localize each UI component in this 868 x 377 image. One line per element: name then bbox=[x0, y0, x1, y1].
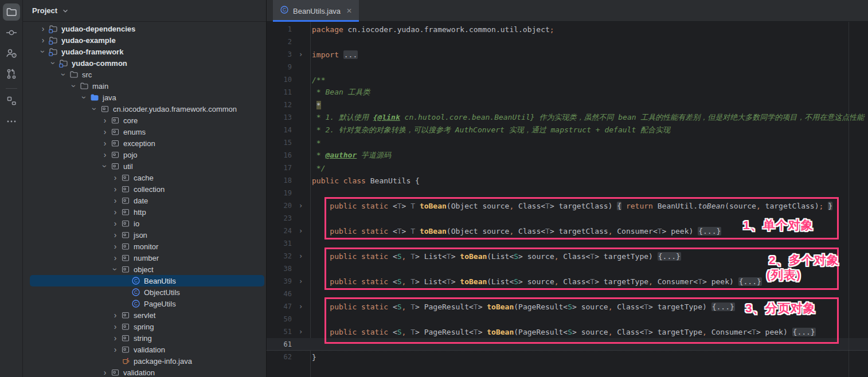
line-number[interactable]: 1 bbox=[267, 25, 292, 33]
fold-arrow-icon[interactable]: › bbox=[292, 50, 310, 58]
commit-tool-button[interactable] bbox=[3, 24, 20, 41]
tree-item-enums[interactable]: ›enums bbox=[23, 126, 266, 138]
line-number[interactable]: 2 bbox=[267, 38, 292, 46]
chevron-collapsed-icon[interactable]: › bbox=[110, 254, 120, 262]
tree-item-servlet[interactable]: ›servlet bbox=[23, 309, 266, 321]
line-number[interactable]: 13 bbox=[267, 113, 292, 121]
chevron-collapsed-icon[interactable]: › bbox=[110, 197, 120, 205]
code-line-62[interactable]: 62} bbox=[267, 351, 868, 363]
chevron-collapsed-icon[interactable]: › bbox=[110, 174, 120, 182]
tree-item-objectutils[interactable]: CObjectUtils bbox=[23, 286, 266, 298]
chevron-expanded-icon[interactable]: › bbox=[60, 69, 68, 80]
pull-requests-tool-button[interactable] bbox=[3, 65, 20, 83]
line-number[interactable]: 51 bbox=[267, 328, 292, 336]
chevron-collapsed-icon[interactable]: › bbox=[100, 128, 110, 136]
line-number[interactable]: 3 bbox=[267, 50, 292, 58]
code-line-10[interactable]: 10/** bbox=[267, 73, 868, 86]
tree-item-yudao-dependencies[interactable]: ›yudao-dependencies bbox=[23, 23, 266, 34]
tree-item-object[interactable]: ›object bbox=[23, 264, 266, 275]
chevron-collapsed-icon[interactable]: › bbox=[110, 334, 120, 342]
chevron-expanded-icon[interactable]: › bbox=[101, 161, 109, 171]
code-editor[interactable]: 1package cn.iocoder.yudao.framework.comm… bbox=[267, 22, 868, 377]
code-line-11[interactable]: 11 * Bean 工具类 bbox=[267, 86, 868, 99]
code-line-24[interactable]: 24› public static <T> T toBean(Object so… bbox=[267, 225, 868, 237]
tree-item-collection[interactable]: ›collection bbox=[23, 183, 266, 195]
line-number[interactable]: 39 bbox=[267, 277, 292, 285]
tree-item-yudao-common[interactable]: ›yudao-common bbox=[23, 57, 266, 69]
code-line-23[interactable]: 23 bbox=[267, 212, 868, 225]
tree-item-java[interactable]: ›java bbox=[23, 92, 266, 103]
line-number[interactable]: 12 bbox=[267, 101, 292, 109]
tree-item-number[interactable]: ›number bbox=[23, 252, 266, 264]
tree-item-monitor[interactable]: ›monitor bbox=[23, 241, 266, 252]
code-line-47[interactable]: 47› public static <S, T> PageResult<T> t… bbox=[267, 300, 868, 313]
tree-item-json[interactable]: ›json bbox=[23, 229, 266, 241]
code-line-61[interactable]: 61 bbox=[267, 338, 868, 351]
tab-beanutils-java[interactable]: C BeanUtils.java ✕ bbox=[273, 0, 359, 22]
code-line-3[interactable]: 3›import ... bbox=[267, 48, 868, 61]
line-number[interactable]: 9 bbox=[267, 63, 292, 71]
line-number[interactable]: 31 bbox=[267, 239, 292, 248]
code-line-14[interactable]: 14 * 2. 针对复杂的对象转换，可以搜参考 AuthConvert 实现，通… bbox=[267, 124, 868, 136]
tree-item-pageutils[interactable]: CPageUtils bbox=[23, 298, 266, 309]
tree-item-yudao-example[interactable]: ›yudao-example bbox=[23, 34, 266, 46]
code-line-51[interactable]: 51› public static <S, T> PageResult<T> t… bbox=[267, 325, 868, 338]
structure-tool-button[interactable] bbox=[3, 92, 20, 109]
fold-arrow-icon[interactable]: › bbox=[292, 277, 310, 285]
code-line-32[interactable]: 32› public static <S, T> List<T> toBean(… bbox=[267, 250, 868, 262]
line-number[interactable]: 16 bbox=[267, 151, 292, 159]
tree-item-validation[interactable]: ›validation bbox=[23, 344, 266, 355]
project-tool-button[interactable] bbox=[3, 3, 20, 21]
chevron-collapsed-icon[interactable]: › bbox=[100, 139, 110, 147]
chevron-down-icon[interactable] bbox=[61, 7, 69, 15]
code-line-46[interactable]: 46 bbox=[267, 288, 868, 300]
learn-tool-button[interactable]: ? bbox=[3, 45, 20, 62]
code-line-1[interactable]: 1package cn.iocoder.yudao.framework.comm… bbox=[267, 23, 868, 36]
tree-item-package-info-java[interactable]: package-info.java bbox=[23, 355, 266, 367]
tree-item-main[interactable]: ›main bbox=[23, 80, 266, 92]
fold-arrow-icon[interactable]: › bbox=[292, 303, 310, 311]
chevron-collapsed-icon[interactable]: › bbox=[110, 345, 120, 354]
line-number[interactable]: 50 bbox=[267, 315, 292, 323]
code-line-16[interactable]: 16 * @author 芋道源码 bbox=[267, 149, 868, 162]
chevron-collapsed-icon[interactable]: › bbox=[100, 368, 110, 376]
code-line-17[interactable]: 17 */ bbox=[267, 162, 868, 174]
tree-item-beanutils[interactable]: CBeanUtils bbox=[23, 275, 266, 286]
tree-item-validation[interactable]: ›validation bbox=[23, 367, 266, 377]
chevron-collapsed-icon[interactable]: › bbox=[110, 208, 120, 216]
tree-item-src[interactable]: ›src bbox=[23, 69, 266, 80]
more-tools-button[interactable] bbox=[3, 113, 20, 130]
tree-item-cn-iocoder-yudao-framework-common[interactable]: ›cn.iocoder.yudao.framework.common bbox=[23, 103, 266, 115]
chevron-collapsed-icon[interactable]: › bbox=[110, 231, 120, 239]
chevron-collapsed-icon[interactable]: › bbox=[100, 116, 110, 124]
tree-item-spring[interactable]: ›spring bbox=[23, 321, 266, 332]
line-number[interactable]: 10 bbox=[267, 76, 292, 84]
chevron-collapsed-icon[interactable]: › bbox=[110, 185, 120, 193]
chevron-collapsed-icon[interactable]: › bbox=[100, 151, 110, 159]
code-line-2[interactable]: 2 bbox=[267, 36, 868, 48]
code-line-38[interactable]: 38 bbox=[267, 262, 868, 275]
tree-item-io[interactable]: ›io bbox=[23, 218, 266, 229]
code-line-31[interactable]: 31 bbox=[267, 237, 868, 250]
tree-item-cache[interactable]: ›cache bbox=[23, 172, 266, 183]
line-number[interactable]: 47 bbox=[267, 303, 292, 311]
line-number[interactable]: 20 bbox=[267, 202, 292, 210]
tree-item-exception[interactable]: ›exception bbox=[23, 138, 266, 149]
fold-arrow-icon[interactable]: › bbox=[292, 227, 310, 235]
tree-item-string[interactable]: ›string bbox=[23, 332, 266, 344]
line-number[interactable]: 11 bbox=[267, 88, 292, 96]
tree-item-pojo[interactable]: ›pojo bbox=[23, 149, 266, 160]
code-line-39[interactable]: 39› public static <S, T> List<T> toBean(… bbox=[267, 275, 868, 288]
chevron-expanded-icon[interactable]: › bbox=[39, 46, 47, 57]
line-number[interactable]: 38 bbox=[267, 265, 292, 273]
chevron-collapsed-icon[interactable]: › bbox=[110, 311, 120, 319]
code-line-13[interactable]: 13 * 1. 默认使用 {@link cn.hutool.core.bean.… bbox=[267, 111, 868, 124]
tree-item-date[interactable]: ›date bbox=[23, 195, 266, 206]
code-line-50[interactable]: 50 bbox=[267, 313, 868, 325]
chevron-collapsed-icon[interactable]: › bbox=[110, 242, 120, 250]
chevron-collapsed-icon[interactable]: › bbox=[110, 323, 120, 331]
chevron-expanded-icon[interactable]: › bbox=[70, 81, 78, 91]
code-line-20[interactable]: 20› public static <T> T toBean(Object so… bbox=[267, 199, 868, 212]
chevron-collapsed-icon[interactable]: › bbox=[38, 36, 48, 44]
code-line-12[interactable]: 12 * bbox=[267, 99, 868, 111]
